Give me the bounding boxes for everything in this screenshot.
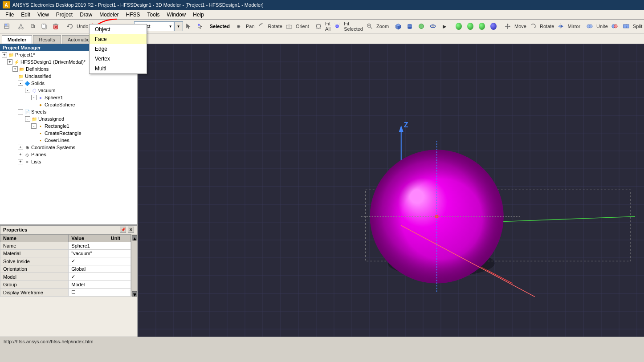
dropdown-face[interactable]: Face: [90, 34, 147, 44]
save-button[interactable]: [1, 20, 12, 32]
prop-scrollbar[interactable]: ▲ ▼: [131, 234, 137, 297]
svg-point-41: [419, 24, 424, 29]
paste-button[interactable]: [39, 20, 49, 32]
menu-edit[interactable]: Edit: [17, 11, 34, 19]
tree-item-sphere1[interactable]: - ● Sphere1: [0, 94, 137, 101]
dropdown-multi[interactable]: Multi: [90, 64, 147, 73]
left-panel: Project Manager + 📁 Project1* + ⚡ HFSSDe…: [0, 44, 138, 337]
tree-item-createrect[interactable]: ▪ CreateRectangle: [0, 130, 137, 137]
tree-item-unassigned[interactable]: - 📁 Unassigned: [0, 115, 137, 122]
menu-help[interactable]: Help: [189, 11, 208, 19]
viewport[interactable]: [138, 44, 644, 337]
tree-item-sheets[interactable]: - 📄 Sheets: [0, 108, 137, 115]
zoom-button[interactable]: [364, 20, 375, 32]
op-icon: ●: [37, 102, 44, 108]
more-shapes-button[interactable]: ▶: [439, 20, 450, 32]
move-button[interactable]: [502, 20, 513, 32]
op2-icon: ▪: [37, 130, 44, 136]
window-title: ANSYS Electronics Desktop 2019 R2 - Proj…: [12, 2, 264, 8]
rotate-button[interactable]: [256, 20, 267, 32]
status-bar: http://hfss.ansys.com/hfss-help/index.ht…: [0, 337, 644, 346]
dropdown-object[interactable]: Object: [90, 24, 147, 34]
unite-icon: [584, 20, 595, 32]
sphere-small-button[interactable]: [416, 20, 427, 32]
orient-button[interactable]: [284, 20, 294, 32]
hfss-icon: ⚡: [13, 59, 20, 65]
scroll-down-btn[interactable]: ▼: [132, 291, 137, 297]
expand-hfss[interactable]: +: [7, 59, 12, 65]
menu-tools[interactable]: Tools: [144, 11, 163, 19]
expand-sheets[interactable]: -: [18, 109, 23, 114]
selected-label: Selected: [210, 24, 230, 29]
tree-item-coverlines[interactable]: ▪ CoverLines: [0, 137, 137, 144]
tree-item-lists[interactable]: + ≡ Lists: [0, 158, 137, 165]
rect-icon: ▪: [37, 123, 44, 129]
delete-button[interactable]: [50, 20, 61, 32]
menu-window[interactable]: Window: [163, 11, 190, 19]
sphere-b1[interactable]: [488, 20, 499, 32]
menu-file[interactable]: File: [2, 11, 17, 19]
pin-button[interactable]: 📌: [120, 227, 126, 233]
svg-marker-15: [67, 25, 69, 27]
tree-item-createsphere[interactable]: ● CreateSphere: [0, 101, 137, 108]
tree-item-rectangle1[interactable]: - ▪ Rectangle1: [0, 122, 137, 130]
cylinder-button[interactable]: [404, 20, 415, 32]
expand-lists[interactable]: +: [18, 159, 23, 164]
close-panel-button[interactable]: ✕: [128, 227, 134, 233]
menu-view[interactable]: View: [34, 11, 53, 19]
menu-hfss[interactable]: HFSS: [122, 11, 144, 19]
expand-coord[interactable]: +: [18, 145, 23, 150]
expand-defs[interactable]: +: [12, 66, 18, 72]
svg-marker-17: [186, 24, 190, 29]
folder-icon: 📂: [19, 66, 25, 72]
fit-all-label: Fit All: [325, 21, 330, 32]
expand-solids[interactable]: -: [18, 81, 23, 86]
torus-button[interactable]: [428, 20, 438, 32]
svg-line-27: [320, 28, 321, 29]
subtract-icon: [609, 20, 620, 32]
tree-item-vacuum[interactable]: - ⬡ vacuum: [0, 87, 137, 94]
fit-selected-label: Fit Selected: [344, 21, 363, 32]
tab-results[interactable]: Results: [33, 35, 61, 44]
expand-vacuum[interactable]: -: [25, 88, 30, 93]
menu-project[interactable]: Project: [53, 11, 76, 19]
cut-button[interactable]: [16, 20, 26, 32]
prop-row: Display Wireframe☐: [0, 289, 131, 297]
rotate-obj-label: Rotate: [540, 24, 554, 29]
rotate-obj-button[interactable]: [528, 20, 538, 32]
expand-sphere1[interactable]: -: [31, 95, 37, 100]
move-label: Move: [514, 24, 526, 29]
tree-item-planes[interactable]: + ◇ Planes: [0, 151, 137, 158]
scroll-up-btn[interactable]: ▲: [132, 235, 137, 240]
mirror-button[interactable]: [555, 20, 566, 32]
sphere-g3[interactable]: [477, 20, 487, 32]
svg-marker-44: [507, 24, 509, 25]
tree-item-coordsystems[interactable]: + ⊕ Coordinate Systems: [0, 144, 137, 151]
sel-icon-2[interactable]: [195, 20, 206, 32]
expand-project1[interactable]: +: [2, 52, 7, 57]
tab-modeler[interactable]: Modeler: [2, 35, 32, 44]
expand-unassigned[interactable]: -: [25, 116, 30, 122]
properties-title: Properties: [3, 227, 27, 232]
copy-button[interactable]: ⧉: [27, 20, 38, 32]
box3d-button[interactable]: [393, 20, 404, 32]
sel-icon-1[interactable]: [183, 20, 194, 32]
menu-draw[interactable]: Draw: [76, 11, 96, 19]
pan-button[interactable]: ⊕: [234, 20, 245, 32]
undo-button[interactable]: [65, 20, 75, 32]
dropdown-vertex[interactable]: Vertex: [90, 54, 147, 64]
tree-item-solids[interactable]: - 🔷 Solids: [0, 80, 137, 87]
fit-all-button[interactable]: [313, 20, 324, 32]
fit-selected-button[interactable]: [332, 20, 342, 32]
dropdown-edge[interactable]: Edge: [90, 44, 147, 54]
svg-point-23: [316, 24, 320, 28]
select-arrow-btn[interactable]: ▼: [174, 21, 183, 31]
expand-rect1[interactable]: -: [31, 123, 37, 129]
menu-modeler[interactable]: Modeler: [96, 11, 122, 19]
sphere-g2[interactable]: [465, 20, 476, 32]
planes-icon: ◇: [24, 151, 30, 158]
sphere-g1[interactable]: [453, 20, 464, 32]
mirror-label: Mirror: [567, 24, 580, 29]
orient-label: Orient: [296, 24, 309, 29]
expand-planes[interactable]: +: [18, 152, 23, 157]
